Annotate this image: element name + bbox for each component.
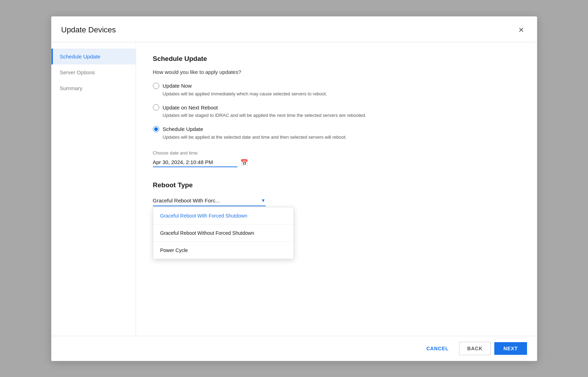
radio-update-now[interactable]: [153, 83, 159, 89]
modal-header: Update Devices ✕: [51, 17, 537, 42]
modal-title: Update Devices: [61, 25, 116, 34]
reboot-section: Reboot Type Graceful Reboot With Forc...…: [153, 181, 520, 206]
radio-desc-update-now: Updates will be applied immediately whic…: [163, 90, 520, 98]
dropdown-item-graceful-forced[interactable]: Graceful Reboot With Forced Shutdown: [153, 207, 293, 225]
cancel-button[interactable]: CANCEL: [419, 342, 456, 355]
sidebar-label-summary: Summary: [60, 85, 82, 91]
date-time-input[interactable]: [153, 158, 237, 167]
dropdown-item-label-0: Graceful Reboot With Forced Shutdown: [160, 213, 247, 219]
dropdown-item-label-2: Power Cycle: [160, 247, 188, 253]
sidebar-item-schedule-update[interactable]: Schedule Update: [51, 49, 136, 64]
sidebar-label-schedule-update: Schedule Update: [60, 54, 100, 59]
radio-label-schedule-update[interactable]: Schedule Update: [163, 126, 203, 132]
reboot-type-title: Reboot Type: [153, 181, 520, 189]
update-devices-modal: Update Devices ✕ Schedule Update Server …: [51, 16, 537, 361]
modal-footer: CANCEL BACK NEXT: [51, 336, 537, 361]
sidebar: Schedule Update Server Options Summary: [51, 42, 136, 336]
dropdown-item-graceful-no-forced[interactable]: Graceful Reboot Without Forced Shutdown: [153, 225, 293, 242]
reboot-type-selected-label: Graceful Reboot With Forc...: [153, 197, 220, 203]
sidebar-item-summary[interactable]: Summary: [51, 80, 136, 96]
radio-label-next-reboot[interactable]: Update on Next Reboot: [163, 105, 218, 111]
next-button[interactable]: NEXT: [494, 342, 527, 355]
reboot-type-dropdown-wrapper: Graceful Reboot With Forc... ▼ Graceful …: [153, 195, 266, 206]
back-button[interactable]: BACK: [459, 342, 491, 355]
dropdown-item-label-1: Graceful Reboot Without Forced Shutdown: [160, 230, 254, 236]
modal-body: Schedule Update Server Options Summary S…: [51, 42, 537, 336]
radio-option-schedule-update: Schedule Update Updates will be applied …: [153, 126, 520, 141]
radio-option-next-reboot: Update on Next Reboot Updates will be st…: [153, 104, 520, 119]
content-section-title: Schedule Update: [153, 55, 520, 63]
date-section: Choose date and time 📅: [153, 150, 520, 167]
content-question: How would you like to apply updates?: [153, 69, 520, 75]
calendar-icon[interactable]: 📅: [240, 159, 248, 166]
sidebar-item-server-options[interactable]: Server Options: [51, 64, 136, 80]
modal-overlay: Update Devices ✕ Schedule Update Server …: [0, 0, 588, 377]
radio-desc-schedule-update: Updates will be applied at the selected …: [163, 134, 520, 141]
content-area: Schedule Update How would you like to ap…: [136, 42, 537, 336]
date-input-row: 📅: [153, 158, 520, 167]
close-button[interactable]: ✕: [515, 24, 527, 36]
radio-schedule-update[interactable]: [153, 126, 159, 132]
dropdown-arrow-icon: ▼: [261, 198, 266, 203]
radio-desc-next-reboot: Updates will be staged to iDRAC and will…: [163, 112, 520, 119]
sidebar-label-server-options: Server Options: [60, 69, 95, 75]
radio-option-update-now: Update Now Updates will be applied immed…: [153, 83, 520, 98]
reboot-type-dropdown-trigger[interactable]: Graceful Reboot With Forc... ▼: [153, 195, 266, 206]
reboot-type-dropdown-menu: Graceful Reboot With Forced Shutdown Gra…: [153, 207, 294, 259]
radio-label-update-now[interactable]: Update Now: [163, 83, 192, 89]
radio-update-next-reboot[interactable]: [153, 104, 159, 111]
date-label: Choose date and time: [153, 150, 520, 156]
dropdown-item-power-cycle[interactable]: Power Cycle: [153, 242, 293, 259]
